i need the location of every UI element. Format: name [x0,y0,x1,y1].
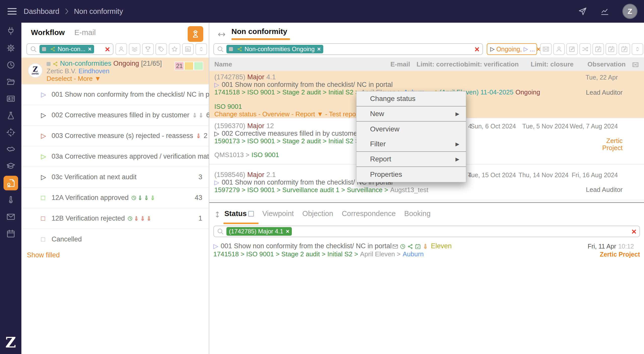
filter-tag[interactable]: Non-con... × [39,45,94,53]
selected-workflow-item[interactable]: Z zertic Non-conformitiesOngoing[21/65] … [21,58,209,84]
menu-item-change-status[interactable]: Change status [356,91,466,107]
clear-search-icon[interactable]: × [105,45,110,53]
column-header[interactable]: Limit: closure [531,60,574,68]
rail-item-thermo[interactable] [0,191,21,208]
rail-item-mail[interactable] [0,208,21,225]
status-checkbox[interactable] [248,211,254,217]
add-column-icon[interactable] [632,60,639,68]
status-search-input[interactable]: (1742785) Major 4.1 × × [213,226,640,237]
row-title[interactable]: ▷001 Show non conformity from the checkl… [214,81,393,88]
rail-item-handshake[interactable] [0,141,21,158]
toolbar-tag-button[interactable] [155,43,167,55]
tag-remove-icon[interactable]: × [88,46,92,53]
rail-item-flask[interactable] [0,107,21,124]
tag-remove-icon[interactable]: × [286,228,289,235]
rail-item-plug[interactable] [0,23,21,40]
main-search-input[interactable]: Non-conformities Ongoing × × [213,43,483,55]
expand-vertical-icon[interactable] [213,210,221,219]
rail-item-gear[interactable] [0,40,21,56]
status-row-icons [392,243,428,250]
selected-item-actions[interactable]: Deselect - More ▼ [47,75,164,82]
thermo-icon [198,113,204,118]
assign-auditor-button[interactable] [188,26,203,42]
tag-remove-icon[interactable]: × [317,46,321,53]
workflow-row[interactable]: ▷001 Show non conformity from the checkl… [21,84,209,105]
rail-item-gradcap[interactable] [0,158,21,174]
tab-correspondence[interactable]: Correspondence [342,209,395,218]
text-segment: Augst13_test [390,186,428,194]
workflow-row-label: 03a Corrective measures approved / verif… [52,153,226,160]
toolbar-trophy-button[interactable] [142,43,154,55]
breadcrumb-dashboard[interactable]: Dashboard [24,7,59,16]
tab-workflow[interactable]: Workflow [31,28,65,37]
rail-item-clock[interactable] [0,56,21,73]
workflow-row[interactable]: ▷03a Corrective measures approved / veri… [21,146,209,167]
tab-viewpoint[interactable]: Viewpoint [262,209,294,218]
workflow-row[interactable]: ▷003 Corrective measure (s) rejected - r… [21,126,209,146]
toolbar-caledit-button[interactable] [606,43,617,55]
user-avatar[interactable]: Z [622,4,637,19]
record-tag[interactable]: (1742785) Major 4.1 × [226,227,292,236]
column-header[interactable]: Name [214,60,232,68]
clear-search-icon[interactable]: × [631,227,636,236]
menu-item-properties[interactable]: Properties [356,167,466,182]
column-header[interactable]: E-mail [390,60,410,68]
handshake-icon [6,145,15,154]
menu-item-filter[interactable]: Filter▶ [356,137,466,152]
menu-item-overview[interactable]: Overview [356,122,466,137]
menu-item-label: Properties [370,170,402,179]
toolbar-sort-button[interactable] [195,43,207,55]
row-title[interactable]: ▷002 Corrective measures filled in by cu… [214,130,359,137]
panel-divider[interactable] [209,202,644,203]
status-row-project: Zertic Project [600,251,640,258]
workflow-row[interactable]: ▷03c Verification at next audit3 [21,167,209,188]
tab-email[interactable]: E-mail [74,28,96,37]
expand-horizontal-icon[interactable] [217,30,226,39]
filter-tag[interactable]: Non-conformities Ongoing × [226,45,323,53]
tag-icon [229,47,233,51]
toolbar-caledit-button[interactable] [619,43,630,55]
workflow-search-input[interactable]: Non-con... × × [26,43,113,55]
toolbar-edit-button[interactable] [566,43,578,55]
rail-item-certificate[interactable] [0,174,21,191]
tab-objection[interactable]: Objection [302,209,333,218]
state-glyph: ▷ [214,81,219,88]
tab-booking[interactable]: Booking [404,209,431,218]
sort-icon [198,46,205,53]
toolbar-person-button[interactable] [115,43,127,55]
text-segment: QMS1013 > [214,151,249,159]
menu-item-report[interactable]: Report▶ [356,152,466,167]
workflow-row[interactable]: ▷002 Corrective measures filled in by cu… [21,105,209,126]
column-header[interactable]: Observation [587,60,626,68]
selected-item-title: Non-conformitiesOngoing[21/65] [47,60,164,67]
status-row-title[interactable]: ▷001 Show non conformity from the checkl… [213,242,454,250]
workflow-row[interactable]: □Cancelled [21,229,209,250]
menu-item-new[interactable]: New▶ [356,107,466,122]
show-filled-link[interactable]: Show filled [27,251,60,259]
toolbar-shuffle-button[interactable] [579,43,591,55]
rail-item-target[interactable] [0,124,21,141]
toolbar-sort-button[interactable] [632,43,643,55]
send-icon[interactable] [578,7,587,16]
column-header[interactable]: Limit: correction [417,60,468,68]
caledit-icon [608,46,615,53]
clear-search-icon[interactable]: × [474,45,479,53]
toolbar-insert-button[interactable] [540,43,552,55]
status-filter-chip[interactable]: ▷ Ongoing, ▷ ... × [487,43,537,55]
rail-item-folder[interactable] [0,73,21,90]
toolbar-caledit-button[interactable] [592,43,604,55]
workflow-row[interactable]: □12B Verification rejected1 [21,208,209,229]
chart-icon[interactable] [600,7,609,16]
workflow-row-count: 1 [198,215,202,222]
toolbar-person-button[interactable] [553,43,565,55]
toolbar-layers-button[interactable] [129,43,140,55]
hamburger-menu-icon[interactable] [7,6,18,17]
tab-status[interactable]: Status [224,209,254,218]
column-header[interactable]: Limit: verification [464,60,519,68]
toolbar-note-button[interactable] [182,43,194,55]
toolbar-star-button[interactable] [169,43,180,55]
workflow-row[interactable]: □12A Verification approved43 [21,188,209,208]
text-segment: Auburn [403,250,424,258]
rail-item-calendar[interactable] [0,225,21,242]
rail-item-idcard[interactable] [0,90,21,107]
